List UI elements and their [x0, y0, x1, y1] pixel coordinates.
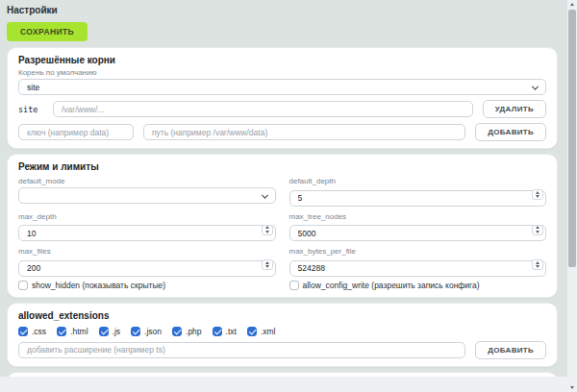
max-files-input[interactable]: [18, 260, 276, 277]
extension-item[interactable]: .json: [131, 327, 162, 336]
default-depth-label: default_depth: [289, 177, 547, 185]
show-hidden-toggle[interactable]: show_hidden (показывать скрытые): [18, 281, 276, 290]
number-spinner-icon[interactable]: [262, 225, 273, 235]
root-entry-row: site УДАЛИТЬ: [18, 100, 546, 118]
default-mode-label: default_mode: [18, 177, 276, 185]
default-depth-input[interactable]: [289, 190, 547, 207]
vertical-scrollbar[interactable]: [567, 0, 577, 392]
new-root-path-input[interactable]: [143, 124, 465, 140]
extension-label: .html: [70, 327, 88, 336]
extension-item[interactable]: .js: [99, 327, 121, 336]
max-depth-label: max_depth: [18, 212, 276, 221]
default-root-label: Корень по умолчанию: [18, 68, 546, 77]
extensions-card: allowed_extensions .css .html .js .json: [7, 303, 558, 367]
extension-checkbox[interactable]: [213, 327, 222, 336]
scroll-down-arrow-icon[interactable]: [567, 383, 577, 392]
add-extension-row: ДОБАВИТЬ: [18, 341, 546, 359]
allow-config-write-checkbox[interactable]: [289, 281, 299, 290]
save-button[interactable]: СОХРАНИТЬ: [7, 22, 88, 41]
add-root-row: ДОБАВИТЬ: [18, 123, 546, 141]
delete-root-button[interactable]: УДАЛИТЬ: [483, 100, 546, 118]
settings-viewport: Настройки СОХРАНИТЬ Разрешённые корни Ко…: [0, 0, 567, 384]
chevron-down-icon: [532, 83, 539, 89]
extensions-row: .css .html .js .json .php: [18, 327, 546, 336]
extension-checkbox[interactable]: [57, 327, 66, 336]
extension-label: .php: [186, 327, 202, 336]
root-key-label: site: [18, 105, 43, 114]
show-hidden-checkbox[interactable]: [18, 281, 28, 290]
default-mode-select[interactable]: [18, 187, 276, 204]
allowed-roots-card: Разрешённые корни Корень по умолчанию si…: [7, 47, 558, 149]
extension-item[interactable]: .xml: [247, 327, 276, 336]
extension-label: .css: [32, 327, 46, 336]
scroll-up-arrow-icon[interactable]: [567, 0, 577, 9]
allow-config-write-label: allow_config_write (разрешить запись кон…: [303, 281, 480, 290]
default-root-select-value: site: [27, 83, 39, 92]
number-spinner-icon[interactable]: [532, 225, 543, 235]
max-bytes-per-file-label: max_bytes_per_file: [289, 247, 547, 256]
max-tree-nodes-field: max_tree_nodes: [289, 210, 547, 242]
root-path-input[interactable]: [53, 101, 473, 117]
extension-item[interactable]: .css: [18, 327, 46, 336]
add-root-button[interactable]: ДОБАВИТЬ: [475, 123, 546, 141]
number-spinner-icon[interactable]: [262, 259, 273, 270]
max-bytes-per-file-input[interactable]: [289, 260, 547, 277]
extension-checkbox[interactable]: [18, 327, 28, 336]
new-extension-input[interactable]: [18, 342, 465, 358]
default-depth-field: default_depth: [289, 175, 547, 207]
max-files-field: max_files: [18, 245, 276, 277]
max-depth-field: max_depth: [18, 210, 276, 242]
extension-checkbox[interactable]: [131, 327, 140, 336]
allow-config-write-toggle[interactable]: allow_config_write (разрешить запись кон…: [289, 281, 547, 290]
allowed-roots-heading: Разрешённые корни: [18, 55, 546, 66]
number-spinner-icon[interactable]: [532, 189, 543, 200]
below-fold-strip: [0, 377, 567, 384]
chevron-down-icon: [261, 191, 267, 198]
max-tree-nodes-input[interactable]: [289, 225, 547, 241]
limits-card: Режим и лимиты default_mode default_dept…: [7, 154, 558, 298]
extension-label: .json: [144, 327, 162, 336]
page-title: Настройки: [7, 5, 558, 16]
max-depth-input[interactable]: [18, 225, 276, 241]
extension-checkbox[interactable]: [172, 327, 182, 336]
extension-label: .xml: [261, 327, 276, 336]
extension-item[interactable]: .txt: [213, 327, 237, 336]
add-extension-button[interactable]: ДОБАВИТЬ: [475, 341, 546, 359]
new-root-key-input[interactable]: [18, 124, 134, 140]
default-mode-field: default_mode: [18, 175, 276, 207]
max-tree-nodes-label: max_tree_nodes: [289, 212, 547, 221]
limits-heading: Режим и лимиты: [18, 161, 546, 173]
extension-item[interactable]: .php: [172, 327, 202, 336]
extension-checkbox[interactable]: [99, 327, 109, 336]
extensions-heading: allowed_extensions: [18, 310, 546, 322]
extension-item[interactable]: .html: [57, 327, 88, 336]
scrollbar-thumb[interactable]: [568, 10, 576, 267]
show-hidden-label: show_hidden (показывать скрытые): [32, 281, 165, 290]
default-root-select[interactable]: site: [18, 79, 546, 95]
max-bytes-per-file-field: max_bytes_per_file: [289, 245, 547, 277]
number-spinner-icon[interactable]: [532, 259, 543, 270]
max-files-label: max_files: [18, 247, 276, 256]
extension-label: .js: [113, 327, 121, 336]
extension-checkbox[interactable]: [247, 327, 257, 336]
extension-label: .txt: [226, 327, 237, 336]
